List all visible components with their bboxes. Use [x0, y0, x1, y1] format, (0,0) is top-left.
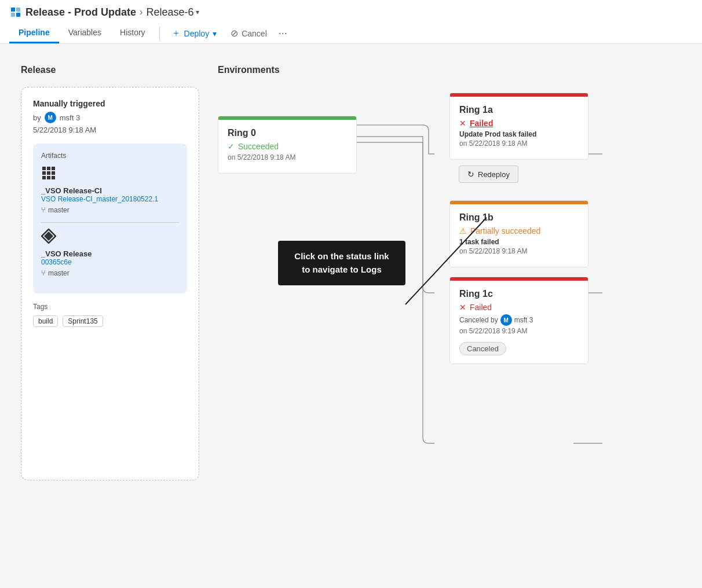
ring1b-body: Ring 1b ⚠ Partially succeeded 1 task fai…	[450, 204, 588, 267]
artifact1-branch: ⑂ master	[41, 205, 179, 214]
ring1a-date: on 5/22/2018 9:18 AM	[459, 139, 579, 148]
tags-row: build Sprint135	[33, 315, 187, 327]
svg-rect-2	[11, 13, 15, 17]
env-cards-row: Ring 0 ✓ Succeeded on 5/22/2018 9:18 AM	[218, 93, 681, 364]
ring1c-card: Ring 1c ✕ Failed Canceled by M msft 3	[449, 277, 588, 364]
ring1b-card: Ring 1b ⚠ Partially succeeded 1 task fai…	[449, 200, 588, 267]
canceled-badge: Canceled	[459, 342, 506, 355]
ring1a-body: Ring 1a ✕ Failed Update Prod task failed…	[450, 97, 588, 159]
trigger-text: Manually triggered	[33, 99, 187, 108]
tags-label: Tags	[33, 303, 187, 311]
ring1a-detail: Update Prod task failed	[459, 130, 579, 138]
main-content: Release Manually triggered by M msft 3 5…	[0, 44, 702, 553]
ring1c-canceled-by: Canceled by M msft 3	[459, 314, 579, 326]
redeploy-icon: ↻	[467, 170, 474, 179]
pipeline-area: Release Manually triggered by M msft 3 5…	[0, 44, 702, 553]
deploy-button[interactable]: ＋ Deploy ▾	[164, 24, 224, 43]
user-name: msft 3	[60, 113, 80, 122]
tab-divider	[159, 27, 160, 41]
deploy-chevron-icon: ▾	[213, 29, 217, 38]
ring0-date: on 5/22/2018 9:18 AM	[228, 153, 347, 161]
git-artifact-icon	[41, 229, 179, 247]
tag-build[interactable]: build	[33, 315, 58, 327]
ring0-name: Ring 0	[228, 128, 347, 138]
tooltip-box: Click on the status link to navigate to …	[278, 241, 405, 285]
ring0-status: ✓ Succeeded	[228, 142, 347, 151]
ring1c-user-avatar: M	[500, 314, 512, 326]
artifact1-version[interactable]: VSO Release-CI_master_20180522.1	[41, 195, 179, 203]
breadcrumb-release[interactable]: Release-6 ▾	[146, 6, 199, 19]
tab-bar: Pipeline Variables History ＋ Deploy ▾ ⊘ …	[9, 23, 693, 43]
svg-rect-12	[52, 176, 55, 179]
ring1c-name: Ring 1c	[459, 289, 579, 299]
artifact2-version[interactable]: 00365c6e	[41, 258, 179, 266]
svg-rect-1	[16, 8, 20, 12]
svg-rect-9	[52, 171, 55, 175]
ring1a-wrapper: Ring 1a ✕ Failed Update Prod task failed…	[449, 93, 588, 191]
header: Release - Prod Update › Release-6 ▾ Pipe…	[0, 0, 702, 44]
ring1a-failed-link[interactable]: Failed	[470, 119, 493, 128]
trigger-by: by M msft 3	[33, 112, 187, 123]
x-icon-1c: ✕	[459, 303, 466, 312]
ring1a-status: ✕ Failed	[459, 119, 579, 128]
artifacts-section: Artifacts	[33, 144, 187, 293]
cancel-icon: ⊘	[231, 28, 238, 39]
tag-sprint[interactable]: Sprint135	[63, 315, 103, 327]
tooltip-text: Click on the status link to navigate to …	[294, 251, 389, 274]
ring0-body: Ring 0 ✓ Succeeded on 5/22/2018 9:18 AM	[218, 120, 356, 173]
svg-rect-10	[42, 176, 46, 179]
user-avatar: M	[45, 112, 56, 123]
redeploy-button[interactable]: ↻ Redeploy	[459, 166, 518, 183]
breadcrumb: Release - Prod Update › Release-6 ▾	[9, 6, 693, 23]
artifacts-label: Artifacts	[41, 152, 179, 160]
artifact2-name: _VSO Release	[41, 249, 179, 258]
tab-history[interactable]: History	[111, 23, 155, 43]
ring1c-status: ✕ Failed	[459, 303, 579, 312]
ring1-column: Ring 1a ✕ Failed Update Prod task failed…	[449, 93, 588, 364]
ring1b-date: on 5/22/2018 9:18 AM	[459, 247, 579, 255]
release-icon	[9, 6, 22, 19]
ring1a-card: Ring 1a ✕ Failed Update Prod task failed…	[449, 93, 588, 160]
tab-variables[interactable]: Variables	[59, 23, 111, 43]
branch-icon-2: ⑂	[41, 269, 46, 277]
svg-rect-6	[52, 167, 55, 170]
artifact-divider	[41, 222, 179, 223]
environments-panel: Environments	[209, 56, 690, 542]
artifact1-name: _VSO Release-CI	[41, 186, 179, 195]
release-panel-title: Release	[21, 65, 199, 75]
artifact-item-1: _VSO Release-CI VSO Release-CI_master_20…	[41, 166, 179, 214]
svg-rect-5	[47, 167, 50, 170]
ring1b-detail: 1 task failed	[459, 238, 579, 246]
build-artifact-icon	[41, 166, 179, 184]
artifact2-branch: ⑂ master	[41, 269, 179, 277]
tags-section: Tags build Sprint135	[33, 303, 187, 327]
tab-pipeline[interactable]: Pipeline	[9, 23, 59, 43]
warning-icon: ⚠	[459, 226, 467, 236]
checkmark-icon: ✓	[228, 142, 235, 151]
ring0-card: Ring 0 ✓ Succeeded on 5/22/2018 9:18 AM	[218, 116, 357, 174]
environments-title: Environments	[218, 65, 681, 75]
ring1b-wrapper: Ring 1b ⚠ Partially succeeded 1 task fai…	[449, 200, 588, 267]
svg-rect-4	[42, 167, 46, 170]
release-dropdown-icon: ▾	[196, 8, 199, 16]
svg-rect-8	[47, 171, 50, 175]
plus-icon: ＋	[171, 27, 181, 39]
artifact-item-2: _VSO Release 00365c6e ⑂ master	[41, 229, 179, 277]
ring1c-body: Ring 1c ✕ Failed Canceled by M msft 3	[450, 281, 588, 363]
ring1c-wrapper: Ring 1c ✕ Failed Canceled by M msft 3	[449, 277, 588, 364]
breadcrumb-separator: ›	[140, 7, 142, 17]
ring1a-name: Ring 1a	[459, 105, 579, 115]
trigger-date: 5/22/2018 9:18 AM	[33, 126, 187, 134]
release-panel: Release Manually triggered by M msft 3 5…	[12, 56, 209, 542]
branch-icon-1: ⑂	[41, 205, 46, 214]
by-label: by	[33, 113, 41, 122]
release-card: Manually triggered by M msft 3 5/22/2018…	[21, 87, 199, 480]
svg-rect-11	[47, 176, 50, 179]
x-icon-1a: ✕	[459, 119, 466, 128]
more-options-button[interactable]: ···	[274, 25, 292, 42]
cancel-button[interactable]: ⊘ Cancel	[224, 24, 274, 42]
svg-rect-0	[11, 8, 15, 12]
ring0-wrapper: Ring 0 ✓ Succeeded on 5/22/2018 9:18 AM	[218, 116, 357, 174]
ring1b-name: Ring 1b	[459, 212, 579, 223]
ring1c-date: on 5/22/2018 9:19 AM	[459, 327, 579, 335]
